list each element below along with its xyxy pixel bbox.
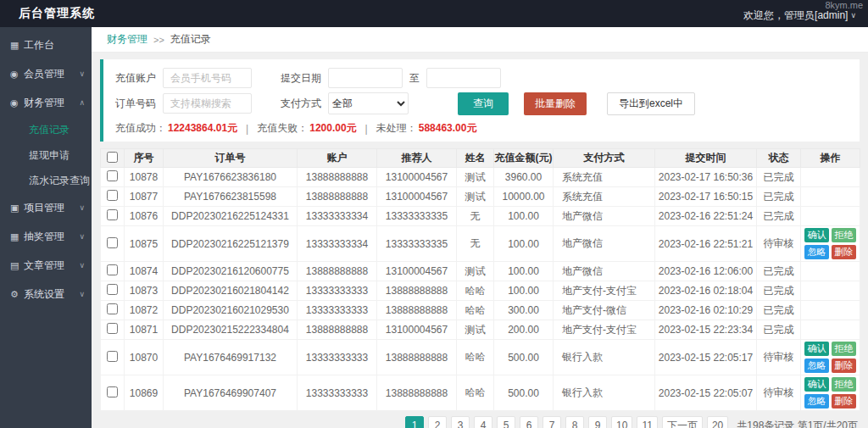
cell-payment-method: 地产微信	[554, 207, 655, 226]
cell-seq: 10869	[125, 375, 164, 411]
cell-order-number: DDP20230216021029530	[164, 301, 298, 320]
cell-name: 测试	[457, 168, 494, 187]
reject-button[interactable]: 拒绝	[832, 377, 856, 392]
page-button-5[interactable]: 5	[497, 416, 515, 428]
cell-account: 13333333334	[298, 207, 377, 226]
delete-button[interactable]: 删除	[832, 394, 856, 409]
column-header: 序号	[125, 149, 164, 168]
ignore-button[interactable]: 忽略	[804, 394, 829, 409]
row-checkbox[interactable]	[107, 170, 118, 181]
summary-separator: |	[246, 123, 248, 135]
sidebar-subitem-withdraw-apply[interactable]: 提现申请	[0, 142, 92, 168]
top-bar: 后台管理系统 8kym.me 欢迎您，管理员[admin] ∨	[0, 0, 868, 27]
row-checkbox[interactable]	[107, 351, 118, 362]
cell-referrer: 13100004567	[377, 168, 457, 187]
chevron-down-icon: ∨	[79, 232, 85, 241]
sidebar-item-label: 文章管理	[24, 258, 79, 273]
row-checkbox[interactable]	[107, 264, 118, 275]
page-button-10[interactable]: 10	[611, 416, 632, 428]
row-checkbox[interactable]	[107, 323, 118, 334]
row-checkbox[interactable]	[107, 190, 118, 201]
delete-button[interactable]: 删除	[832, 245, 856, 259]
submit-date-label: 提交日期	[281, 71, 321, 86]
breadcrumb-parent[interactable]: 财务管理	[107, 32, 147, 47]
select-all-header	[101, 149, 125, 168]
query-button[interactable]: 查询	[458, 92, 509, 115]
confirm-button[interactable]: 确认	[804, 228, 829, 242]
cell-seq: 10876	[125, 207, 164, 226]
select-all-checkbox[interactable]	[107, 152, 118, 163]
page-button-9[interactable]: 9	[588, 416, 607, 428]
finance-icon: ◉	[10, 97, 24, 108]
confirm-button[interactable]: 确认	[804, 342, 829, 356]
cell-submit-time: 2023-02-16 22:51:21	[655, 226, 757, 262]
sidebar-item-settings[interactable]: ⚙ 系统设置 ∨	[0, 280, 92, 308]
app-title: 后台管理系统	[19, 6, 95, 21]
delete-button[interactable]: 删除	[832, 359, 856, 373]
sidebar-item-members[interactable]: ◉ 会员管理 ∨	[0, 59, 92, 88]
sidebar-item-lottery[interactable]: ▦ 抽奖管理 ∨	[0, 222, 92, 251]
row-checkbox[interactable]	[107, 303, 118, 314]
page-button-8[interactable]: 8	[565, 416, 584, 428]
row-checkbox[interactable]	[107, 237, 118, 248]
cell-seq: 10874	[125, 262, 164, 281]
cell-referrer: 13333333335	[377, 226, 457, 262]
page-button-4[interactable]: 4	[474, 416, 492, 428]
ignore-button[interactable]: 忽略	[804, 245, 829, 259]
reject-button[interactable]: 拒绝	[832, 228, 856, 242]
cell-submit-time: 2023-02-16 02:10:29	[655, 301, 757, 320]
cell-actions	[801, 301, 860, 320]
sidebar-item-finance[interactable]: ◉ 财务管理 ∧	[0, 88, 92, 117]
table-row: 10873 DDP20230216021804142 13333333333 1…	[101, 281, 860, 301]
page-button-2[interactable]: 2	[428, 416, 447, 428]
confirm-button[interactable]: 确认	[804, 377, 829, 392]
cell-submit-time: 2023-02-17 16:50:36	[655, 168, 757, 187]
cell-status: 已完成	[757, 320, 801, 340]
date-to-input[interactable]	[426, 68, 501, 88]
sidebar-item-workbench[interactable]: ▦ 工作台	[0, 31, 92, 59]
cell-name: 哈哈	[457, 281, 494, 301]
cell-amount: 100.00	[494, 262, 554, 281]
payment-method-select[interactable]: 全部	[328, 92, 409, 114]
cell-account: 13333333333	[298, 301, 377, 320]
recharge-account-input[interactable]	[163, 68, 252, 88]
sidebar-item-articles[interactable]: ▤ 文章管理 ∨	[0, 251, 92, 280]
reject-button[interactable]: 拒绝	[832, 342, 856, 356]
page-button-1[interactable]: 1	[405, 416, 424, 428]
page-button-6[interactable]: 6	[520, 416, 538, 428]
sidebar-subitem-flow-records[interactable]: 流水记录查询	[0, 168, 92, 193]
export-excel-button[interactable]: 导出到excel中	[607, 92, 695, 115]
sidebar-nav: ▦ 工作台 ◉ 会员管理 ∨ ◉ 财务管理 ∧ 充值记录提现申请流水记录查询 ▣…	[0, 27, 92, 428]
cell-actions	[801, 168, 860, 187]
sidebar-item-projects[interactable]: ▣ 项目管理 ∨	[0, 193, 92, 222]
row-checkbox[interactable]	[107, 209, 118, 220]
page-button-3[interactable]: 3	[451, 416, 470, 428]
cell-payment-method: 地产支付-支付宝	[554, 320, 655, 340]
cell-submit-time: 2023-02-16 12:06:00	[655, 262, 757, 281]
breadcrumb-current: 充值记录	[170, 32, 211, 47]
page-button-7[interactable]: 7	[542, 416, 561, 428]
success-amount: 12243864.01元	[168, 121, 237, 136]
cell-actions	[801, 281, 860, 301]
column-header: 账户	[298, 149, 377, 168]
order-number-input[interactable]	[163, 93, 252, 114]
success-label: 充值成功：	[115, 121, 166, 136]
row-checkbox[interactable]	[107, 386, 118, 397]
page-button-20[interactable]: 20	[707, 416, 728, 428]
cell-submit-time: 2023-02-15 22:05:07	[655, 375, 757, 411]
next-page-button[interactable]: 下一页	[662, 416, 703, 428]
column-header: 支付方式	[554, 149, 655, 168]
row-checkbox[interactable]	[107, 284, 118, 295]
page-button-11[interactable]: 11	[637, 416, 657, 428]
cell-order-number: DDP20230216021804142	[164, 281, 298, 301]
cell-seq: 10870	[125, 340, 164, 375]
cell-actions	[801, 187, 860, 207]
ignore-button[interactable]: 忽略	[804, 359, 829, 373]
sidebar-subitem-recharge-records[interactable]: 充值记录	[0, 117, 92, 142]
cell-account: 13333333334	[298, 226, 377, 262]
date-from-input[interactable]	[328, 68, 403, 88]
cell-order-number: PAY1676623815598	[164, 187, 298, 207]
pagination: 1234567891011下一页20共198条记录 第1页/共20页	[100, 416, 860, 428]
cell-status: 已完成	[757, 187, 801, 207]
batch-delete-button[interactable]: 批量删除	[524, 92, 587, 115]
